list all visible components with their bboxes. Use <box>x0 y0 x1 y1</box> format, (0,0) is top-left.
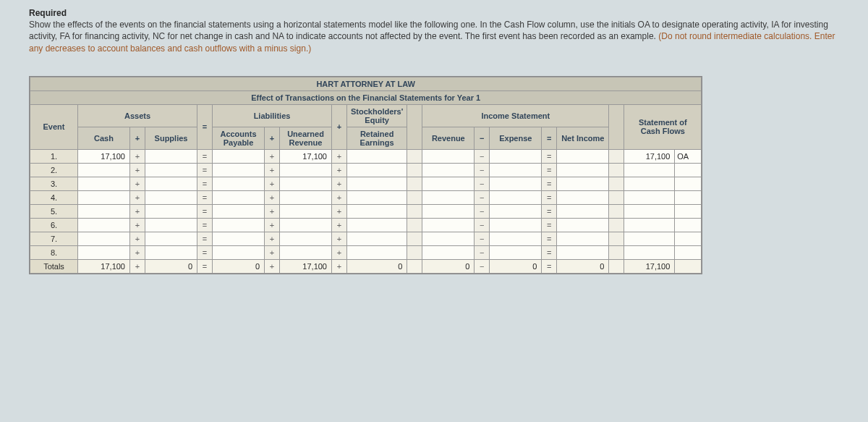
unearned-revenue-cell[interactable] <box>280 177 332 190</box>
unearned-revenue-cell[interactable] <box>280 232 332 245</box>
retained-earnings-cell[interactable] <box>347 245 407 259</box>
revenue-cell[interactable] <box>422 177 475 190</box>
net-income-cell[interactable] <box>557 163 609 177</box>
cash-flow-cell[interactable] <box>624 204 675 218</box>
totals-unearned-revenue: 17,100 <box>280 259 332 273</box>
totals-net-income: 0 <box>557 259 609 273</box>
net-income-cell[interactable] <box>557 232 609 245</box>
cash-flow-type-cell[interactable] <box>675 177 702 190</box>
cash-cell[interactable]: 17,100 <box>78 149 130 163</box>
retained-earnings-cell[interactable] <box>347 149 407 163</box>
unearned-revenue-cell[interactable] <box>280 163 332 177</box>
supplies-cell[interactable] <box>145 149 197 163</box>
expense-cell[interactable] <box>490 232 542 245</box>
statements-table-wrap: HART ATTORNEY AT LAW Effect of Transacti… <box>29 76 702 274</box>
cash-flow-type-cell[interactable]: OA <box>675 149 702 163</box>
col-ni: Net Income <box>557 127 609 149</box>
required-block: Required Show the effects of the events … <box>29 7 839 54</box>
expense-cell[interactable] <box>490 177 542 190</box>
unearned-revenue-cell[interactable] <box>280 218 332 232</box>
cash-flow-cell[interactable] <box>624 177 675 190</box>
col-exp: Expense <box>490 127 542 149</box>
cash-flow-type-cell[interactable] <box>675 232 702 245</box>
expense-cell[interactable] <box>490 204 542 218</box>
net-income-cell[interactable] <box>557 218 609 232</box>
supplies-cell[interactable] <box>145 177 197 190</box>
cash-cell[interactable] <box>78 190 130 204</box>
net-income-cell[interactable] <box>557 204 609 218</box>
revenue-cell[interactable] <box>422 190 475 204</box>
table-row: 7.+=++−= <box>30 232 702 245</box>
op-eq-1: = <box>197 104 213 149</box>
revenue-cell[interactable] <box>422 163 475 177</box>
cash-flow-cell[interactable]: 17,100 <box>624 149 675 163</box>
net-income-cell[interactable] <box>557 177 609 190</box>
totals-retained-earnings: 0 <box>347 259 407 273</box>
retained-earnings-cell[interactable] <box>347 204 407 218</box>
retained-earnings-cell[interactable] <box>347 163 407 177</box>
cash-flow-type-cell[interactable] <box>675 204 702 218</box>
unearned-revenue-cell[interactable] <box>280 190 332 204</box>
col-liabilities: Liabilities <box>213 104 332 127</box>
cash-cell[interactable] <box>78 218 130 232</box>
revenue-cell[interactable] <box>422 232 475 245</box>
table-row: 5.+=++−= <box>30 204 702 218</box>
retained-earnings-cell[interactable] <box>347 190 407 204</box>
revenue-cell[interactable] <box>422 149 475 163</box>
accounts-payable-cell[interactable] <box>213 204 265 218</box>
unearned-revenue-cell[interactable] <box>280 245 332 259</box>
col-ur: Unearned Revenue <box>280 127 332 149</box>
event-number: 6. <box>30 218 78 232</box>
accounts-payable-cell[interactable] <box>213 177 265 190</box>
col-re: Retained Earnings <box>347 127 407 149</box>
expense-cell[interactable] <box>490 163 542 177</box>
retained-earnings-cell[interactable] <box>347 218 407 232</box>
accounts-payable-cell[interactable] <box>213 163 265 177</box>
cash-flow-type-cell[interactable] <box>675 163 702 177</box>
cash-flow-type-cell[interactable] <box>675 218 702 232</box>
revenue-cell[interactable] <box>422 218 475 232</box>
totals-revenue: 0 <box>422 259 475 273</box>
supplies-cell[interactable] <box>145 245 197 259</box>
cash-flow-cell[interactable] <box>624 245 675 259</box>
accounts-payable-cell[interactable] <box>213 232 265 245</box>
cash-cell[interactable] <box>78 163 130 177</box>
cash-flow-type-cell[interactable] <box>675 190 702 204</box>
revenue-cell[interactable] <box>422 245 475 259</box>
cash-flow-cell[interactable] <box>624 232 675 245</box>
cash-cell[interactable] <box>78 204 130 218</box>
accounts-payable-cell[interactable] <box>213 190 265 204</box>
unearned-revenue-cell[interactable] <box>280 204 332 218</box>
accounts-payable-cell[interactable] <box>213 245 265 259</box>
cash-flow-cell[interactable] <box>624 218 675 232</box>
net-income-cell[interactable] <box>557 245 609 259</box>
supplies-cell[interactable] <box>145 163 197 177</box>
event-number: 2. <box>30 163 78 177</box>
retained-earnings-cell[interactable] <box>347 177 407 190</box>
cash-cell[interactable] <box>78 232 130 245</box>
expense-cell[interactable] <box>490 218 542 232</box>
cash-flow-type-cell[interactable] <box>675 245 702 259</box>
expense-cell[interactable] <box>490 190 542 204</box>
retained-earnings-cell[interactable] <box>347 232 407 245</box>
revenue-cell[interactable] <box>422 204 475 218</box>
expense-cell[interactable] <box>490 149 542 163</box>
net-income-cell[interactable] <box>557 149 609 163</box>
cash-cell[interactable] <box>78 245 130 259</box>
accounts-payable-cell[interactable] <box>213 218 265 232</box>
col-supplies: Supplies <box>145 127 197 149</box>
col-income: Income Statement <box>422 104 609 127</box>
supplies-cell[interactable] <box>145 232 197 245</box>
cash-flow-cell[interactable] <box>624 190 675 204</box>
supplies-cell[interactable] <box>145 218 197 232</box>
supplies-cell[interactable] <box>145 190 197 204</box>
unearned-revenue-cell[interactable]: 17,100 <box>280 149 332 163</box>
event-number: 1. <box>30 149 78 163</box>
totals-cash-flow: 17,100 <box>624 259 675 273</box>
net-income-cell[interactable] <box>557 190 609 204</box>
accounts-payable-cell[interactable] <box>213 149 265 163</box>
cash-cell[interactable] <box>78 177 130 190</box>
cash-flow-cell[interactable] <box>624 163 675 177</box>
supplies-cell[interactable] <box>145 204 197 218</box>
expense-cell[interactable] <box>490 245 542 259</box>
